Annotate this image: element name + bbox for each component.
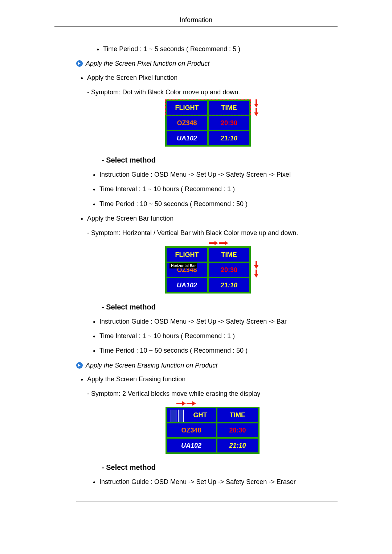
svg-rect-12 <box>176 403 182 404</box>
hbar-label: Horizontal Bar <box>170 263 197 269</box>
board-row2-flight: UA102 <box>167 438 217 452</box>
bar-symptom: - Symptom: Horizontal / Vertical Bar wit… <box>87 229 338 237</box>
svg-rect-14 <box>187 403 192 404</box>
pixel-section-title: Apply the Screen Pixel function on Produ… <box>86 59 209 68</box>
svg-rect-4 <box>209 242 215 244</box>
svg-rect-6 <box>219 242 225 244</box>
pixel-select-method: - Select method <box>102 155 338 165</box>
board-row2-time: 21:10 <box>208 278 249 292</box>
right-arrows-icon <box>209 241 228 246</box>
svg-marker-9 <box>254 265 258 269</box>
svg-rect-10 <box>256 270 257 274</box>
down-arrows-icon <box>253 99 260 116</box>
content-area: Time Period : 1 ~ 5 seconds ( Recommend … <box>54 45 338 501</box>
pixel-time-period: Time Period : 10 ~ 50 seconds ( Recommen… <box>99 200 338 208</box>
svg-rect-0 <box>256 99 257 104</box>
erase-section-title: Apply the Screen Erasing function on Pro… <box>86 361 217 370</box>
erase-instruction: Instruction Guide : OSD Menu -> Set Up -… <box>99 477 338 486</box>
arrow-right-icon <box>76 60 83 67</box>
bar-apply-item: Apply the Screen Bar function - Symptom:… <box>87 214 338 355</box>
board-row1-time: 20:30 <box>217 423 258 438</box>
down-arrows-icon <box>253 246 260 278</box>
board-row2-flight: UA102 <box>167 131 208 145</box>
svg-rect-2 <box>256 108 257 112</box>
erase-select-method: - Select method <box>102 463 338 472</box>
erase-apply-item: Apply the Screen Erasing function - Symp… <box>87 375 338 487</box>
svg-marker-3 <box>254 112 258 116</box>
svg-marker-11 <box>254 274 258 278</box>
right-arrows-icon <box>176 401 196 406</box>
board-header-flight: FLIGHT <box>167 101 208 115</box>
svg-marker-5 <box>215 241 218 245</box>
pixel-section-heading: Apply the Screen Pixel function on Produ… <box>76 59 338 68</box>
pixel-time-interval: Time Interval : 1 ~ 10 hours ( Recommend… <box>99 185 338 193</box>
board-header-time: TIME <box>217 408 258 423</box>
pixel-apply-item: Apply the Screen Pixel function - Sympto… <box>87 73 338 208</box>
board-row1-flight: OZ348 <box>167 423 217 438</box>
svg-marker-15 <box>192 401 196 406</box>
board-row1-flight: OZ348 <box>167 115 208 131</box>
board-row1-time: 20:30 <box>208 262 249 278</box>
board-row2-time: 21:10 <box>208 131 249 145</box>
board-header-time: TIME <box>208 248 249 262</box>
board-header-flight: FLIGHT <box>167 248 208 262</box>
board-row2-flight: UA102 <box>167 278 208 292</box>
bar-time-interval: Time Interval : 1 ~ 10 hours ( Recommend… <box>99 332 338 340</box>
footer-rule <box>76 501 338 501</box>
pixel-instruction: Instruction Guide : OSD Menu -> Set Up -… <box>99 170 338 179</box>
erase-blocks-icon <box>171 410 184 422</box>
svg-marker-13 <box>182 401 186 406</box>
erase-board: GHT TIME OZ348 20:30 UA102 21:10 <box>87 401 338 454</box>
bar-apply-label: Apply the Screen Bar function <box>87 215 173 222</box>
bar-instruction: Instruction Guide : OSD Menu -> Set Up -… <box>99 317 338 326</box>
pixel-apply-label: Apply the Screen Pixel function <box>87 74 177 81</box>
page-header: Information <box>54 16 338 26</box>
bar-select-method: - Select method <box>102 302 338 312</box>
bar-board: Horizontal Bar FLIGHT TIME OZ348 20:30 <box>87 241 338 294</box>
board-row1-time: 20:30 <box>208 115 249 131</box>
board-row2-time: 21:10 <box>217 438 258 452</box>
pixel-board: FLIGHT TIME OZ348 20:30 UA102 21:10 <box>87 99 338 147</box>
board-header-time: TIME <box>208 101 249 115</box>
svg-marker-1 <box>254 104 258 107</box>
intro-time-period: Time Period : 1 ~ 5 seconds ( Recommend … <box>103 45 338 53</box>
svg-marker-7 <box>225 241 228 245</box>
erase-section-heading: Apply the Screen Erasing function on Pro… <box>76 361 338 370</box>
arrow-right-icon <box>76 362 83 369</box>
pixel-symptom: - Symptom: Dot with Black Color move up … <box>87 88 338 97</box>
erase-apply-label: Apply the Screen Erasing function <box>87 376 185 383</box>
bar-time-period: Time Period : 10 ~ 50 seconds ( Recommen… <box>99 346 338 355</box>
erase-symptom: - Symptom: 2 Vertical blocks move while … <box>87 389 338 398</box>
svg-rect-8 <box>256 261 257 265</box>
